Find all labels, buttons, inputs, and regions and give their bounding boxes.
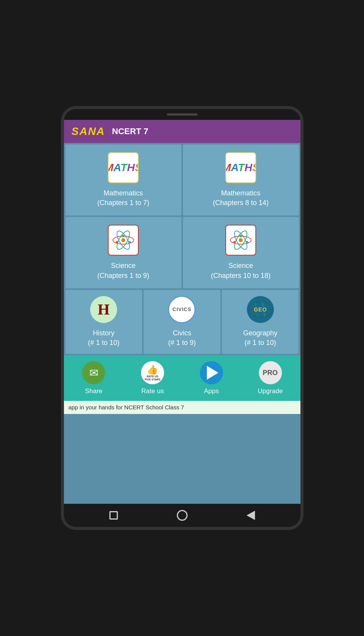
subjects-row-1: MATHS Mathematics (Chapters 1 to 7) MATH…: [64, 143, 300, 215]
subject-name-science-10-18: Science (Chapters 10 to 18): [211, 261, 270, 280]
svg-point-12: [246, 241, 248, 244]
subject-card-geography[interactable]: GEO Geography (# 1 to 10): [222, 290, 299, 354]
rateus-label: Rate us: [141, 387, 164, 395]
subject-name-civics: Civics (# 1 to 9): [168, 328, 196, 348]
svg-text:GEO: GEO: [254, 306, 267, 313]
upgrade-icon: PRO: [259, 361, 282, 384]
app-header: SANA NCERT 7: [64, 120, 300, 143]
upgrade-button[interactable]: PRO Upgrade: [242, 357, 299, 400]
subject-name-science-1-9: Science (Chapters 1 to 9): [97, 261, 149, 280]
nav-home-button[interactable]: [175, 508, 189, 522]
subject-card-math-1-7[interactable]: MATHS Mathematics (Chapters 1 to 7): [65, 145, 181, 215]
apps-icon: [200, 361, 223, 384]
phone-top-bar: [64, 109, 300, 120]
share-icon: ✉: [82, 361, 105, 384]
svg-point-3: [121, 238, 126, 242]
subject-card-math-8-14[interactable]: MATHS Mathematics (Chapters 8 to 14): [183, 145, 299, 215]
maths-2-icon: MATHS: [225, 152, 256, 183]
subject-card-history[interactable]: H History (# 1 to 10): [65, 290, 142, 354]
content-area: MATHS Mathematics (Chapters 1 to 7) MATH…: [64, 143, 300, 504]
phone-speaker: [167, 113, 198, 116]
svg-point-11: [240, 235, 242, 237]
subjects-row-2: Science (Chapters 1 to 9): [64, 215, 300, 288]
phone-frame: SANA NCERT 7 MATHS Mathematics (Chapters…: [61, 106, 304, 530]
history-icon: H: [90, 296, 117, 323]
svg-point-13: [233, 241, 236, 244]
subjects-row-3: H History (# 1 to 10) CIVICS Civics (# 1…: [64, 288, 300, 355]
nav-square-button[interactable]: [107, 508, 121, 522]
apps-button[interactable]: Apps: [183, 357, 240, 400]
banner-text: app in your hands for NCERT School Class…: [69, 404, 184, 411]
upgrade-label: Upgrade: [258, 387, 283, 395]
nav-back-button[interactable]: [244, 508, 258, 522]
subject-name-math-1-7: Mathematics (Chapters 1 to 7): [97, 188, 149, 208]
share-label: Share: [85, 387, 102, 395]
svg-point-4: [122, 235, 124, 237]
banner: app in your hands for NCERT School Class…: [64, 401, 300, 414]
phone-nav-bar: [64, 504, 300, 527]
subject-name-math-8-14: Mathematics (Chapters 8 to 14): [213, 188, 268, 208]
subject-card-science-10-18[interactable]: Science (Chapters 10 to 18): [183, 217, 299, 288]
svg-point-10: [239, 238, 243, 242]
svg-point-6: [116, 241, 118, 244]
app-title: NCERT 7: [112, 126, 148, 136]
action-bar: ✉ Share 👍 RATE USFIVE STARS Rate us: [64, 355, 300, 401]
science-1-icon: [108, 225, 139, 256]
svg-point-5: [129, 241, 131, 244]
maths-1-icon: MATHS: [108, 152, 139, 183]
rate-us-button[interactable]: 👍 RATE USFIVE STARS Rate us: [124, 357, 181, 400]
share-button[interactable]: ✉ Share: [65, 357, 123, 400]
rateus-icon: 👍 RATE USFIVE STARS: [141, 361, 164, 384]
civics-icon: CIVICS: [168, 296, 195, 323]
subject-name-geography: Geography (# 1 to 10): [243, 328, 277, 348]
subject-card-civics[interactable]: CIVICS Civics (# 1 to 9): [144, 290, 220, 354]
geography-icon: GEO: [247, 296, 274, 323]
science-2-icon: [225, 225, 256, 256]
apps-label: Apps: [204, 387, 219, 395]
subject-name-history: History (# 1 to 10): [88, 328, 119, 348]
subject-card-science-1-9[interactable]: Science (Chapters 1 to 9): [65, 217, 181, 288]
app-logo: SANA: [72, 125, 105, 138]
app-container: SANA NCERT 7 MATHS Mathematics (Chapters…: [64, 120, 300, 504]
